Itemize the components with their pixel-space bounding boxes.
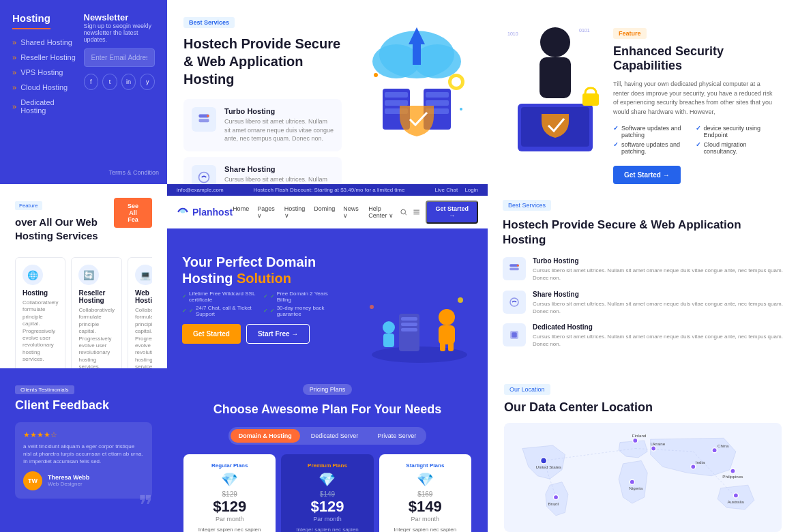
planhost-panel: info@example.com Hostech Flash Discount:… xyxy=(167,184,488,368)
planhost-cta-button[interactable]: Get Started → xyxy=(426,201,478,224)
hero-start-free-button[interactable]: Start Free → xyxy=(246,324,310,344)
nav-cloud-hosting[interactable]: Cloud Hosting xyxy=(12,80,76,95)
tab-private-server[interactable]: Private Server xyxy=(369,429,424,443)
svg-point-19 xyxy=(452,77,461,87)
hero-title-1: Your Perfect Domain xyxy=(182,254,316,269)
check-money-back: ✓30-day money back guarantee xyxy=(263,305,342,317)
hosting-nav-title: Hosting xyxy=(12,12,50,29)
nav-pages[interactable]: Pages ∨ xyxy=(257,205,276,219)
share-hosting-title: Share Hosting xyxy=(224,165,334,173)
nav-shared-hosting[interactable]: Shared Hosting xyxy=(12,35,76,50)
regular-plan-card: Regular Plans 💎 $129 $129 Par month Inte… xyxy=(183,454,276,532)
starlight-plan-old-price: $169 xyxy=(387,490,463,498)
svg-text:Finland: Finland xyxy=(632,433,647,438)
regular-plan-desc: Integer sapien nec sapien sollicitudin u… xyxy=(192,527,267,532)
svg-point-20 xyxy=(374,73,378,77)
tab-domain-hosting[interactable]: Domain & Hosting xyxy=(231,429,300,443)
hostech2-dedicated-desc: Cursus libero sit amet ultrices. Nullam … xyxy=(533,333,783,348)
hostech-card-1-panel: Best Services Hostech Provide Secure & W… xyxy=(167,0,488,184)
svg-point-71 xyxy=(712,448,717,453)
check-ssl: Lifetime Free Wildcard SSL certificate xyxy=(182,291,261,303)
nav-help[interactable]: Help Center ∨ xyxy=(368,205,399,219)
all-services-feature-badge: Feature xyxy=(15,201,42,210)
svg-rect-12 xyxy=(385,100,408,106)
turbo-hosting-card: Turbo Hosting Cursus libero sit amet ult… xyxy=(183,99,342,151)
share-hosting-icon xyxy=(192,165,216,184)
nav-vps-hosting[interactable]: VPS Hosting xyxy=(12,65,76,80)
facebook-icon[interactable]: f xyxy=(84,74,99,90)
svg-rect-15 xyxy=(426,92,449,98)
hostech2-share-card: Share Hosting Cursus libero sit amet ult… xyxy=(503,291,783,315)
svg-point-69 xyxy=(691,464,696,469)
see-all-button[interactable]: See All Fea xyxy=(114,198,152,228)
reviewer-name: Theresa Webb xyxy=(48,474,89,481)
pricing-title: Choose Awesome Plan For Your Needs xyxy=(183,402,471,417)
get-started-button[interactable]: Get Started → xyxy=(613,166,681,184)
svg-point-75 xyxy=(733,493,738,498)
hostech2-dedicated-icon xyxy=(503,323,526,346)
planhost-top-bar: info@example.com Hostech Flash Discount:… xyxy=(167,184,488,196)
pricing-badge: Pricing Plans xyxy=(303,384,353,395)
svg-text:0101: 0101 xyxy=(579,28,590,33)
hostech-main-title: Hostech Provide Secure & Web Application… xyxy=(183,35,342,88)
nav-home[interactable]: Home xyxy=(233,205,249,219)
tab-dedicated-server[interactable]: Dedicated Server xyxy=(303,429,367,443)
hosting-sidebar-panel: Hosting Shared Hosting Reseller Hosting … xyxy=(0,0,167,184)
newsletter-description: Sign up to seogin weekly newsletter the … xyxy=(84,23,156,43)
svg-rect-1 xyxy=(199,119,209,122)
svg-point-67 xyxy=(630,479,634,484)
nav-doming[interactable]: Doming xyxy=(314,205,335,219)
planhost-live-chat[interactable]: Live Chat xyxy=(434,187,458,193)
check-item-2: software updates and patching. xyxy=(613,141,693,155)
feature-badge: Feature xyxy=(613,28,647,39)
svg-text:Nigeria: Nigeria xyxy=(629,486,642,490)
regular-plan-icon: 💎 xyxy=(192,471,267,488)
nav-hosting[interactable]: Hosting ∨ xyxy=(284,205,306,219)
hero-get-started-button[interactable]: Get Started xyxy=(182,324,241,344)
email-input[interactable] xyxy=(84,48,156,67)
twitter-icon[interactable]: t xyxy=(102,74,117,90)
check-item-0: Software updates and patching xyxy=(613,125,693,138)
search-icon[interactable] xyxy=(400,207,407,217)
planhost-discount: Hostech Flash Discount: Starting at $3.4… xyxy=(254,187,405,193)
web-hosting-service-icon: 💻 xyxy=(135,265,152,285)
hostech2-turbo-desc: Cursus libero sit amet ultrices. Nullam … xyxy=(533,267,783,282)
svg-point-59 xyxy=(541,458,547,464)
svg-point-51 xyxy=(510,298,518,306)
reseller-hosting-service-card: 🔄 Reseller Hosting Collaboratively formu… xyxy=(71,257,121,368)
planhost-login[interactable]: Login xyxy=(464,187,478,193)
check-item-1: device security using Endpoint xyxy=(696,125,775,138)
menu-icon[interactable] xyxy=(413,207,420,217)
testimonials-badge: Clients Testimonials xyxy=(15,385,74,394)
data-center-panel: Our Location Our Data Center Location xyxy=(488,368,798,532)
check-domain: ✓Free Domain 2 Years Billing xyxy=(263,291,342,303)
premium-plan-badge: Premium Plans xyxy=(289,462,365,469)
svg-text:Australia: Australia xyxy=(727,499,744,504)
svg-point-65 xyxy=(651,446,656,451)
svg-line-31 xyxy=(404,213,406,215)
nav-reseller-hosting[interactable]: Reseller Hosting xyxy=(12,50,76,65)
reseller-hosting-service-desc: Collaboratively formulate principle capi… xyxy=(78,307,114,368)
svg-rect-37 xyxy=(401,317,417,321)
svg-point-22 xyxy=(540,27,570,57)
svg-rect-11 xyxy=(385,92,408,98)
turbo-hosting-desc: Cursus libero sit amet ultrices. Nullam … xyxy=(224,117,334,143)
turbo-hosting-title: Turbo Hosting xyxy=(224,107,334,115)
nav-news[interactable]: News ∨ xyxy=(343,205,360,219)
web-hosting-service-card: 💻 Web Hosting Collaboratively formulate … xyxy=(128,257,152,368)
nav-dedicated-hosting[interactable]: Dedicated Hosting xyxy=(12,95,76,118)
terms-condition-link[interactable]: Terms & Condition xyxy=(108,169,159,176)
web-hosting-service-desc: Collaboratively formulate principle capi… xyxy=(135,307,152,368)
regular-plan-badge: Regular Plans xyxy=(192,462,267,469)
svg-point-73 xyxy=(730,469,735,473)
hostech2-turbo-title: Turbo Hosting xyxy=(533,257,783,265)
author-avatar: TW xyxy=(23,471,42,490)
quote-mark-icon: ❞ xyxy=(138,490,153,522)
hostech2-turbo-icon xyxy=(503,257,526,280)
linkedin-icon[interactable]: in xyxy=(121,74,136,90)
premium-plan-old-price: $149 xyxy=(289,490,365,498)
premium-plan-price: $129 xyxy=(289,498,365,516)
hostech-card-2-panel: Best Services Hostech Provide Secure & W… xyxy=(488,184,798,368)
share-hosting-card: Share Hosting Cursus libero sit amet ult… xyxy=(183,157,342,184)
youtube-icon[interactable]: y xyxy=(140,74,155,90)
